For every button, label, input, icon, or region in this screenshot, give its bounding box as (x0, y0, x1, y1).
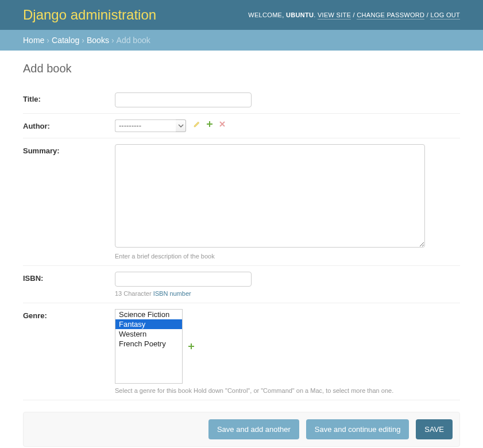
genre-help: Select a genre for this book Hold down "… (115, 387, 460, 394)
page-title: Add book (23, 62, 460, 75)
plus-icon[interactable] (187, 342, 195, 350)
genre-label: Genre: (23, 309, 115, 320)
summary-label: Summary: (23, 144, 115, 155)
author-selected-value: --------- (115, 119, 176, 132)
welcome-text: WELCOME, (248, 11, 286, 18)
pencil-icon[interactable] (193, 120, 201, 128)
isbn-help-text: 13 Character (115, 290, 153, 297)
genre-option[interactable]: Science Fiction (115, 310, 182, 319)
summary-textarea[interactable] (115, 144, 425, 248)
breadcrumb-home[interactable]: Home (23, 36, 44, 45)
site-title: Django administration (23, 7, 156, 23)
isbn-input[interactable] (115, 272, 252, 287)
author-select[interactable]: --------- (115, 119, 186, 132)
breadcrumb-app[interactable]: Catalog (52, 36, 79, 45)
logout-link[interactable]: LOG OUT (430, 11, 460, 20)
change-password-link[interactable]: CHANGE PASSWORD (357, 11, 424, 20)
user-tools: WELCOME, UBUNTU. VIEW SITE / CHANGE PASS… (248, 11, 460, 18)
username: UBUNTU (286, 11, 314, 18)
author-label: Author: (23, 119, 115, 130)
breadcrumb-model[interactable]: Books (87, 36, 109, 45)
close-icon[interactable] (218, 120, 226, 128)
isbn-label: ISBN: (23, 272, 115, 283)
save-add-another-button[interactable]: Save and add another (208, 419, 299, 439)
chevron-down-icon[interactable] (176, 119, 186, 132)
breadcrumb-current: Add book (117, 36, 150, 45)
isbn-help-link[interactable]: ISBN number (153, 290, 191, 297)
save-continue-button[interactable]: Save and continue editing (306, 419, 409, 439)
genre-option[interactable]: Western (115, 329, 182, 339)
save-button[interactable]: SAVE (416, 419, 453, 439)
genre-option[interactable]: Fantasy (115, 319, 182, 329)
genre-option[interactable]: French Poetry (115, 339, 182, 349)
summary-help: Enter a brief description of the book (115, 253, 460, 260)
plus-icon[interactable] (206, 120, 214, 128)
title-label: Title: (23, 92, 115, 103)
view-site-link[interactable]: VIEW SITE (318, 11, 351, 20)
isbn-help: 13 Character ISBN number (115, 290, 460, 297)
genre-multiselect[interactable]: Science FictionFantasyWesternFrench Poet… (115, 309, 183, 384)
breadcrumb: Home›Catalog›Books›Add book (0, 30, 483, 51)
title-input[interactable] (115, 92, 252, 107)
submit-row: Save and add another Save and continue e… (23, 412, 460, 447)
